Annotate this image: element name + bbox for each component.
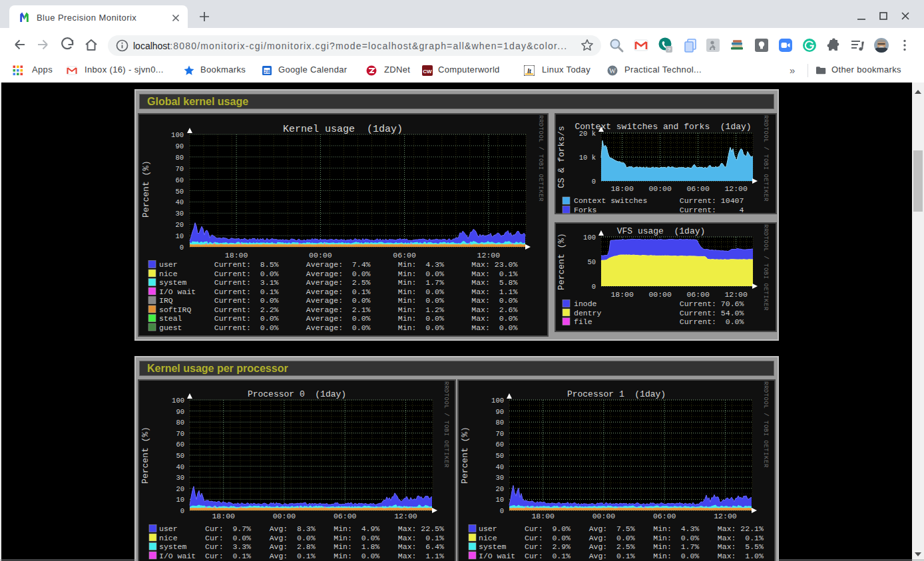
svg-text:12:00: 12:00 [724, 290, 748, 299]
svg-text:70: 70 [176, 430, 184, 438]
svg-text:00:00: 00:00 [648, 184, 672, 193]
svg-text:10 k: 10 k [579, 154, 596, 162]
svg-text:06:00: 06:00 [334, 512, 357, 520]
svg-text:12:00: 12:00 [714, 512, 737, 520]
svg-text:nice Current: 0.0%: nice Current: 0.0% Average: 0.0% Min: 0.… [159, 270, 517, 278]
svg-text:100: 100 [171, 131, 184, 139]
svg-text:inode Current: inode Current: 70.6% [574, 299, 744, 308]
svg-text:60: 60 [175, 176, 184, 184]
svg-text:50: 50 [176, 452, 184, 460]
svg-text:18:00: 18:00 [610, 184, 634, 193]
svg-text:10: 10 [175, 232, 184, 240]
svg-text:Processor 1 (1day): Processor 1 (1day) [567, 389, 666, 399]
svg-text:30: 30 [495, 474, 504, 482]
svg-text:Percent (%): Percent (%) [557, 233, 567, 290]
svg-text:VFS usage (1day): VFS usage (1day) [617, 226, 706, 236]
svg-text:30: 30 [175, 210, 184, 218]
svg-text:0: 0 [180, 507, 184, 515]
svg-text:12:00: 12:00 [477, 251, 501, 260]
svg-text:Kernel usage (1day): Kernel usage (1day) [283, 124, 403, 135]
svg-text:100: 100 [172, 397, 184, 405]
svg-text:RRDTOOL / TOBI OETIKER: RRDTOOL / TOBI OETIKER [762, 224, 769, 311]
svg-text:50: 50 [175, 188, 184, 196]
svg-text:0: 0 [180, 244, 184, 252]
svg-text:Forks Current: Forks Current: 4 [574, 206, 744, 214]
svg-text:00:00: 00:00 [309, 251, 332, 260]
svg-text:nice Cur: 0.0% Avg:: nice Cur: 0.0% Avg: 0.0% Min: 0.0% Max: … [159, 534, 444, 542]
svg-text:40: 40 [175, 198, 184, 206]
svg-text:dentry Current: dentry Current: 54.0% [574, 309, 744, 317]
svg-text:10: 10 [176, 496, 184, 504]
svg-text:50: 50 [495, 452, 504, 460]
svg-text:90: 90 [175, 142, 184, 150]
svg-text:12:00: 12:00 [394, 512, 417, 520]
svg-text:system Cur: 3.3% Avg:: system Cur: 3.3% Avg: 2.8% Min: 1.8% Max… [159, 542, 444, 551]
svg-text:file Current: file Current: 0.0% [574, 317, 744, 326]
svg-text:RRDTOOL / TOBI OETIKER: RRDTOOL / TOBI OETIKER [762, 115, 769, 202]
svg-text:RRDTOOL / TOBI OETIKER: RRDTOOL / TOBI OETIKER [443, 381, 449, 468]
svg-text:00:00: 00:00 [592, 512, 616, 520]
svg-text:60: 60 [495, 441, 504, 449]
svg-text:10: 10 [495, 496, 504, 504]
svg-text:30: 30 [176, 474, 184, 482]
svg-text:00:00: 00:00 [648, 290, 672, 299]
svg-text:06:00: 06:00 [653, 512, 676, 520]
svg-text:I/O wait Cur: 0.1% Avg:: I/O wait Cur: 0.1% Avg: 0.1% Min: 0.0% M… [479, 552, 764, 560]
svg-text:softIRQ Current: 2.2%: softIRQ Current: 2.2% Average: 2.1% Min:… [159, 305, 517, 314]
svg-text:06:00: 06:00 [686, 184, 710, 193]
svg-text:user Cur: 9.0% Avg:: user Cur: 9.0% Avg: 7.5% Min: 4.3% Max: … [479, 524, 764, 533]
svg-text:06:00: 06:00 [686, 290, 710, 299]
svg-text:60: 60 [176, 441, 184, 449]
svg-text:guest Current: 0.0%: guest Current: 0.0% Average: 0.0% Min: 0… [159, 323, 517, 332]
svg-text:90: 90 [495, 408, 504, 416]
svg-text:0: 0 [592, 283, 596, 291]
svg-text:Context switches Current: Context switches Current: 10407 [574, 196, 744, 205]
svg-text:50: 50 [587, 258, 596, 266]
svg-text:IRQ Current: 0.0%: IRQ Current: 0.0% Average: 0.0% Min: 0.0… [159, 296, 517, 305]
svg-text:I/O wait Current: 0.1%: I/O wait Current: 0.1% Average: 0.1% Min… [159, 287, 517, 296]
svg-text:100: 100 [491, 397, 504, 405]
svg-text:Percent (%): Percent (%) [141, 160, 151, 218]
svg-text:70: 70 [495, 430, 504, 438]
svg-text:user Current: 8.5%: user Current: 8.5% Average: 7.4% Min: 4.… [159, 260, 517, 269]
svg-text:40: 40 [176, 463, 184, 471]
svg-text:Percent (%): Percent (%) [140, 427, 150, 484]
svg-text:20: 20 [176, 485, 184, 493]
svg-text:28: 28 [264, 69, 270, 75]
svg-text:06:00: 06:00 [393, 251, 416, 260]
svg-text:I/O wait Cur: 0.1% Avg:: I/O wait Cur: 0.1% Avg: 0.1% Min: 0.0% M… [159, 552, 444, 560]
svg-text:90: 90 [176, 408, 184, 416]
svg-text:?: ? [668, 47, 671, 53]
svg-text:40: 40 [495, 463, 504, 471]
svg-text:RRDTOOL / TOBI OETIKER: RRDTOOL / TOBI OETIKER [762, 381, 769, 468]
svg-text:Context switches and forks (1: Context switches and forks (1day) [575, 122, 751, 132]
svg-text:CW: CW [423, 69, 432, 75]
svg-text:20 k: 20 k [579, 130, 596, 138]
svg-text:steal Current: 0.0%: steal Current: 0.0% Average: 0.0% Min: 0… [159, 314, 517, 323]
svg-text:0: 0 [500, 507, 504, 515]
svg-text:system Current: 3.1%: system Current: 3.1% Average: 2.5% Min: … [159, 278, 517, 287]
svg-text:0: 0 [592, 178, 596, 186]
svg-text:user Cur: 9.7% Avg:: user Cur: 9.7% Avg: 8.3% Min: 4.9% Max: … [159, 524, 444, 533]
svg-text:12:00: 12:00 [724, 184, 748, 193]
svg-text:CS & forks/s: CS & forks/s [557, 126, 567, 188]
svg-text:nice Cur: 0.0% Avg:: nice Cur: 0.0% Avg: 0.0% Min: 0.0% Max: … [479, 534, 764, 542]
svg-text:18:00: 18:00 [610, 290, 634, 299]
svg-text:18:00: 18:00 [225, 251, 248, 260]
svg-text:RRDTOOL / TOBI OETIKER: RRDTOOL / TOBI OETIKER [537, 115, 544, 202]
svg-text:80: 80 [495, 419, 504, 427]
svg-text:20: 20 [495, 485, 504, 493]
svg-text:20: 20 [175, 221, 184, 229]
svg-text:system Cur: 2.9% Avg:: system Cur: 2.9% Avg: 2.5% Min: 1.7% Max… [479, 542, 764, 551]
svg-text:Percent (%): Percent (%) [460, 427, 470, 484]
svg-text:Processor 0 (1day): Processor 0 (1day) [248, 389, 346, 399]
svg-text:W: W [609, 67, 616, 75]
svg-text:70: 70 [175, 165, 184, 173]
svg-text:00:00: 00:00 [273, 512, 296, 520]
svg-text:18:00: 18:00 [212, 512, 235, 520]
svg-text:80: 80 [175, 154, 184, 162]
svg-text:100: 100 [583, 234, 596, 242]
svg-text:80: 80 [176, 419, 184, 427]
svg-text:18:00: 18:00 [531, 512, 555, 520]
